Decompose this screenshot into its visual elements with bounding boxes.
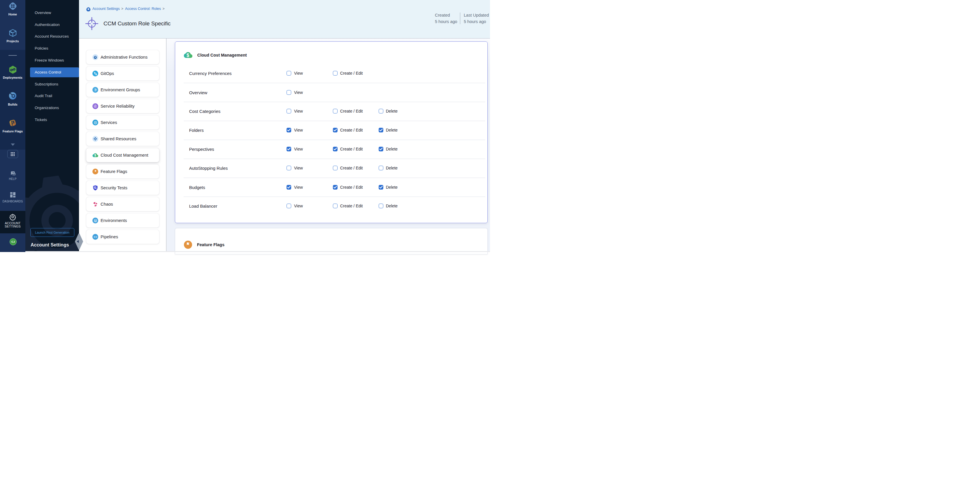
svg-text:$: $ — [94, 154, 96, 157]
svg-text:?: ? — [12, 171, 14, 174]
svg-text:$: $ — [186, 53, 189, 58]
